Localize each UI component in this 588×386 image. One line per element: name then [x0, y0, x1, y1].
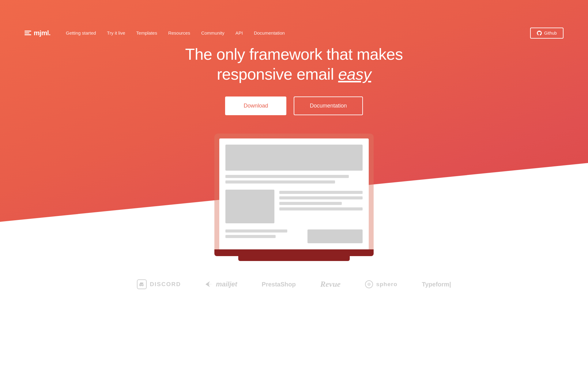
- nav-links: Getting started Try it live Templates Re…: [66, 30, 530, 36]
- nav-getting-started[interactable]: Getting started: [66, 30, 96, 36]
- nav-resources[interactable]: Resources: [168, 30, 190, 36]
- brand-mailjet: mailjet: [205, 280, 237, 288]
- typeform-text: Typeform|: [422, 281, 451, 288]
- laptop-stand: [238, 256, 350, 261]
- discord-text: DISCORD: [150, 281, 181, 288]
- mock-line: [225, 180, 335, 184]
- mock-line: [279, 207, 363, 210]
- mock-bottom-left: [225, 229, 303, 243]
- brand-typeform: Typeform|: [422, 281, 451, 288]
- mock-line: [279, 196, 363, 199]
- brands-section: DISCORD mailjet PrestaShop Revue sp: [0, 261, 588, 311]
- below-hero: DISCORD mailjet PrestaShop Revue sp: [0, 261, 588, 311]
- nav-documentation[interactable]: Documentation: [254, 30, 285, 36]
- documentation-button[interactable]: Documentation: [294, 96, 363, 115]
- brand-revue: Revue: [320, 280, 341, 289]
- hero-buttons: Download Documentation: [6, 96, 582, 115]
- svg-point-1: [369, 284, 370, 285]
- mock-text-right: [279, 190, 363, 223]
- mock-lines-1: [225, 175, 363, 184]
- download-button[interactable]: Download: [225, 96, 286, 115]
- brand-prestashop: PrestaShop: [262, 281, 296, 288]
- navbar: mjml. Getting started Try it live Templa…: [6, 21, 582, 44]
- laptop-base: [214, 249, 374, 256]
- mock-line: [225, 229, 287, 233]
- mock-line: [225, 175, 349, 178]
- mock-line: [279, 191, 363, 194]
- hero-title: The only framework that makes responsive…: [6, 44, 582, 84]
- mock-line: [279, 202, 342, 205]
- github-label: Github: [544, 31, 557, 36]
- laptop-screen-inner: [219, 138, 369, 249]
- revue-text: Revue: [320, 280, 341, 289]
- sphero-text: sphero: [376, 281, 397, 288]
- brand-discord: DISCORD: [137, 279, 181, 289]
- nav-api[interactable]: API: [236, 30, 243, 36]
- mock-line: [225, 235, 276, 238]
- brand-sphero: sphero: [365, 280, 397, 288]
- github-icon: [537, 31, 542, 36]
- logo-icon: [24, 31, 31, 35]
- hero-title-italic: easy: [338, 65, 371, 83]
- mailjet-icon: [205, 281, 213, 287]
- discord-icon: [137, 279, 147, 289]
- mock-bottom-right: [307, 229, 363, 243]
- mailjet-text: mailjet: [216, 280, 237, 288]
- nav-try-it-live[interactable]: Try it live: [107, 30, 125, 36]
- laptop-illustration: [6, 134, 582, 261]
- hero-content: The only framework that makes responsive…: [6, 44, 582, 261]
- nav-community[interactable]: Community: [201, 30, 224, 36]
- mock-header: [225, 145, 363, 171]
- logo[interactable]: mjml.: [24, 29, 51, 37]
- logo-text: mjml.: [34, 29, 51, 37]
- sphero-icon: [365, 280, 373, 288]
- mock-bottom-row: [225, 229, 363, 243]
- nav-templates[interactable]: Templates: [136, 30, 157, 36]
- laptop-screen-outer: [214, 134, 374, 249]
- mock-two-col: [225, 190, 363, 223]
- laptop: [214, 134, 374, 261]
- github-button[interactable]: Github: [530, 28, 564, 39]
- prestashop-text: PrestaShop: [262, 281, 296, 288]
- mock-img: [225, 190, 274, 223]
